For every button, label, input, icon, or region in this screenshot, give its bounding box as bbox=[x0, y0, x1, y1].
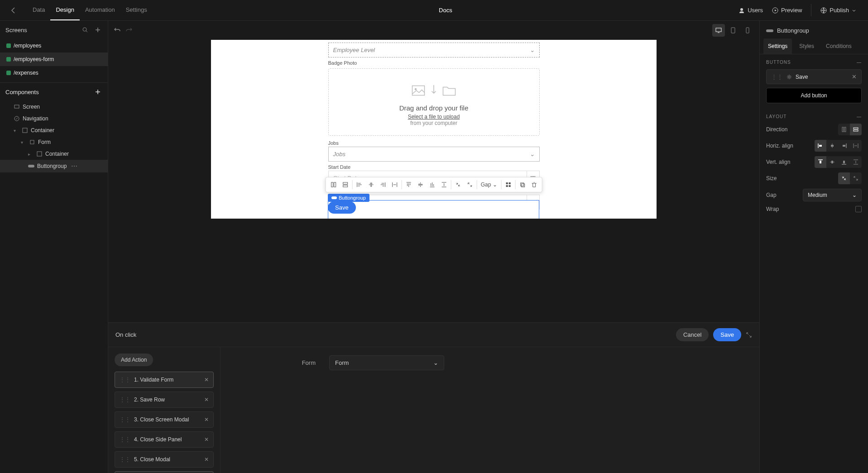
drag-handle-icon[interactable]: ⋮⋮ bbox=[120, 397, 130, 403]
screen-item-expenses[interactable]: /expenses bbox=[0, 66, 108, 80]
screens-header: Screens bbox=[0, 21, 108, 39]
button-config-save[interactable]: ⋮⋮ Save ✕ bbox=[766, 69, 862, 84]
delete-button[interactable] bbox=[528, 179, 540, 190]
device-tablet[interactable] bbox=[727, 24, 739, 37]
valign-bottom[interactable] bbox=[838, 156, 850, 168]
halign-left[interactable] bbox=[815, 140, 826, 152]
tab-automation[interactable]: Automation bbox=[80, 0, 120, 20]
gear-icon[interactable] bbox=[786, 74, 792, 80]
save-button-preview[interactable]: Save bbox=[328, 201, 356, 214]
file-dropzone[interactable]: Drag and drop your file Select a file to… bbox=[328, 68, 540, 136]
duplicate-button[interactable] bbox=[516, 179, 528, 190]
redo-button[interactable] bbox=[125, 27, 133, 34]
cancel-button[interactable]: Cancel bbox=[676, 328, 709, 341]
drag-handle-icon[interactable]: ⋮⋮ bbox=[120, 456, 130, 463]
size-shrink-button[interactable] bbox=[452, 179, 464, 190]
add-action-button[interactable]: Add Action bbox=[115, 354, 153, 366]
align-center-button[interactable] bbox=[365, 179, 377, 190]
collapse-icon[interactable]: — bbox=[857, 114, 862, 119]
valign-stretch[interactable] bbox=[850, 156, 862, 168]
drawer-title: On click bbox=[115, 331, 136, 338]
valign-stretch-button[interactable] bbox=[438, 179, 450, 190]
undo-button[interactable] bbox=[114, 27, 121, 34]
add-screen-button[interactable] bbox=[93, 25, 102, 34]
preview-button[interactable]: Preview bbox=[772, 7, 802, 14]
tab-styles-panel[interactable]: Styles bbox=[795, 38, 819, 54]
close-icon[interactable]: ✕ bbox=[852, 73, 857, 80]
halign-center[interactable] bbox=[826, 140, 838, 152]
direction-col-button[interactable] bbox=[328, 179, 340, 190]
valign-middle[interactable] bbox=[826, 156, 838, 168]
add-button[interactable]: Add button bbox=[766, 88, 862, 103]
action-item[interactable]: ⋮⋮ 2. Save Row ✕ bbox=[115, 392, 214, 408]
drag-handle-icon[interactable]: ⋮⋮ bbox=[771, 73, 783, 80]
tab-settings[interactable]: Settings bbox=[120, 0, 153, 20]
wrap-checkbox[interactable] bbox=[855, 206, 862, 212]
expand-button[interactable] bbox=[746, 332, 752, 338]
halign-right[interactable] bbox=[838, 140, 850, 152]
device-mobile[interactable] bbox=[741, 24, 754, 37]
add-component-button[interactable] bbox=[93, 87, 102, 96]
svg-rect-32 bbox=[854, 128, 858, 129]
tree-item-screen[interactable]: Screen bbox=[0, 101, 108, 113]
jobs-select[interactable]: Jobs ⌄ bbox=[328, 147, 540, 162]
dropzone-link[interactable]: Select a file to upload bbox=[338, 114, 530, 120]
close-icon[interactable]: ✕ bbox=[204, 397, 209, 403]
action-item[interactable]: ⋮⋮ 5. Close Modal ✕ bbox=[115, 451, 214, 468]
device-desktop[interactable] bbox=[712, 24, 725, 37]
tree-item-container-inner[interactable]: ▸ Container bbox=[0, 148, 108, 160]
align-stretch-button[interactable] bbox=[389, 179, 401, 190]
back-button[interactable] bbox=[7, 4, 20, 17]
gap-dropdown[interactable]: Gap ⌄ bbox=[478, 179, 500, 190]
valign-top-button[interactable] bbox=[403, 179, 415, 190]
screen-item-employees[interactable]: /employees bbox=[0, 39, 108, 53]
direction-row[interactable] bbox=[850, 124, 862, 135]
size-shrink[interactable] bbox=[838, 172, 850, 184]
tree-item-buttongroup[interactable]: Buttongroup ⋯ bbox=[0, 160, 108, 172]
search-screens-button[interactable] bbox=[81, 25, 90, 34]
save-button[interactable]: Save bbox=[713, 328, 741, 341]
action-item[interactable]: ⋮⋮ 4. Close Side Panel ✕ bbox=[115, 431, 214, 448]
action-item[interactable]: ⋮⋮ 3. Close Screen Modal ✕ bbox=[115, 411, 214, 428]
tab-conditions-panel[interactable]: Conditions bbox=[821, 38, 856, 54]
valign-bottom-button[interactable] bbox=[427, 179, 438, 190]
employee-level-select[interactable]: Employee Level ⌄ bbox=[328, 43, 540, 57]
svg-rect-33 bbox=[854, 130, 858, 131]
users-button[interactable]: Users bbox=[739, 7, 763, 14]
screen-item-employees-form[interactable]: /employees-form bbox=[0, 53, 108, 66]
close-icon[interactable]: ✕ bbox=[204, 377, 209, 383]
halign-stretch[interactable] bbox=[850, 140, 862, 152]
tree-item-container[interactable]: ▾ Container bbox=[0, 124, 108, 136]
jobs-label: Jobs bbox=[328, 140, 540, 146]
valign-middle-button[interactable] bbox=[415, 179, 427, 190]
publish-button[interactable]: Publish bbox=[811, 4, 861, 16]
close-icon[interactable]: ✕ bbox=[204, 436, 209, 443]
align-left-button[interactable] bbox=[354, 179, 365, 190]
drag-handle-icon[interactable]: ⋮⋮ bbox=[120, 436, 130, 443]
config-form-select[interactable]: Form ⌄ bbox=[329, 355, 444, 370]
direction-column[interactable] bbox=[838, 124, 850, 135]
close-icon[interactable]: ✕ bbox=[204, 416, 209, 423]
drag-handle-icon[interactable]: ⋮⋮ bbox=[120, 377, 130, 383]
tab-settings-panel[interactable]: Settings bbox=[763, 38, 792, 54]
svg-point-14 bbox=[415, 88, 417, 91]
gap-select[interactable]: Medium ⌄ bbox=[803, 189, 862, 201]
close-icon[interactable]: ✕ bbox=[204, 456, 209, 463]
drag-handle-icon[interactable]: ⋮⋮ bbox=[120, 416, 130, 423]
size-grow[interactable] bbox=[850, 172, 862, 184]
tree-item-navigation[interactable]: Navigation bbox=[0, 113, 108, 124]
svg-rect-25 bbox=[520, 183, 523, 186]
tree-item-form[interactable]: ▾ Form bbox=[0, 136, 108, 148]
tab-design[interactable]: Design bbox=[50, 0, 79, 20]
tab-data[interactable]: Data bbox=[27, 0, 50, 20]
size-grow-button[interactable] bbox=[464, 179, 476, 190]
collapse-icon[interactable]: — bbox=[857, 60, 862, 65]
align-right-button[interactable] bbox=[377, 179, 389, 190]
valign-top[interactable] bbox=[815, 156, 826, 168]
canvas[interactable]: Employee Level ⌄ Badge Photo Drag and dr… bbox=[211, 40, 657, 219]
grid-button[interactable] bbox=[502, 179, 514, 190]
action-item[interactable]: ⋮⋮ 1. Validate Form ✕ bbox=[115, 372, 214, 388]
more-icon[interactable]: ⋯ bbox=[71, 162, 78, 170]
direction-row-button[interactable] bbox=[340, 179, 351, 190]
action-item[interactable]: ⋮⋮ 6. Clear Form ✕ bbox=[115, 471, 214, 473]
